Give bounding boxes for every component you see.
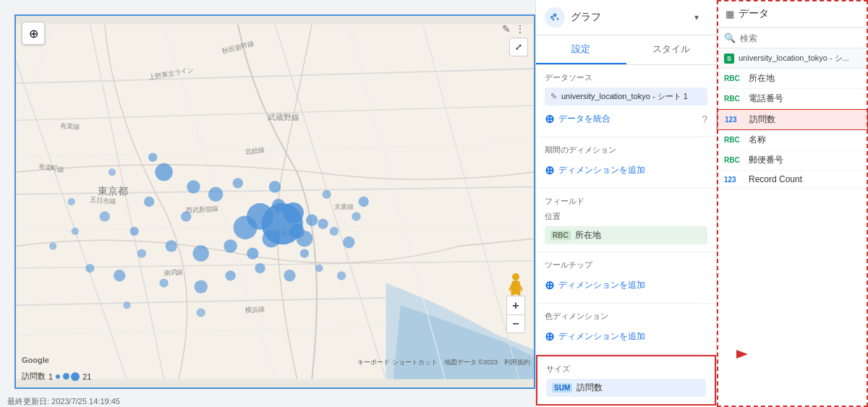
map-area: 秋田新幹線 上野東京ライン 有楽線 有楽町線 五日市線 北総線 西武新宿線 京葉… bbox=[14, 14, 535, 389]
field-name: 郵便番号 bbox=[749, 154, 861, 166]
svg-point-38 bbox=[318, 219, 328, 229]
color-dimension-section: 色ディメンション ⊕ ディメンションを追加 bbox=[536, 304, 716, 355]
field-row[interactable]: RBC郵便番号 bbox=[717, 150, 868, 171]
field-row[interactable]: 123Record Count bbox=[717, 171, 868, 189]
map-attribution: キーボード ショートカット 地図データ ©2023 利用規約 bbox=[357, 358, 530, 367]
svg-point-42 bbox=[208, 187, 223, 202]
svg-point-45 bbox=[192, 245, 209, 262]
fullscreen-button[interactable]: ⤢ bbox=[509, 38, 528, 56]
source-name: university_location_tokyo - シ... bbox=[739, 53, 849, 64]
field-type-badge: 123 bbox=[724, 176, 744, 184]
svg-point-60 bbox=[85, 264, 94, 273]
size-type-badge: SUM bbox=[552, 383, 572, 393]
svg-point-36 bbox=[234, 215, 258, 239]
datasource-section: データソース ✎ university_location_tokyo - シート… bbox=[536, 65, 716, 137]
svg-point-41 bbox=[144, 197, 154, 207]
field-row[interactable]: RBC所在地 bbox=[717, 69, 868, 89]
svg-point-49 bbox=[114, 270, 125, 281]
svg-point-78 bbox=[557, 18, 559, 20]
svg-point-37 bbox=[297, 231, 313, 247]
svg-point-32 bbox=[263, 230, 281, 248]
add-data-label: データを統合 bbox=[558, 113, 610, 125]
add-data-button[interactable]: ⊕ データを統合 ? bbox=[545, 108, 707, 129]
field-name: Record Count bbox=[749, 174, 861, 184]
svg-point-72 bbox=[337, 271, 346, 280]
legend-label: 訪問数 bbox=[22, 371, 46, 382]
svg-point-69 bbox=[255, 263, 265, 273]
search-icon: 🔍 bbox=[724, 33, 736, 43]
svg-point-50 bbox=[159, 278, 168, 287]
zoom-out-button[interactable]: − bbox=[506, 314, 525, 333]
field-row[interactable]: RBC名称 bbox=[717, 130, 868, 150]
svg-point-76 bbox=[550, 16, 553, 19]
field-type-badge: RBC bbox=[724, 136, 744, 144]
tab-style[interactable]: スタイル bbox=[626, 35, 717, 64]
svg-point-59 bbox=[49, 242, 56, 249]
svg-point-74 bbox=[68, 198, 75, 205]
svg-point-77 bbox=[553, 14, 557, 17]
period-section: 期間のディメション ⊕ ディメンションを追加 bbox=[536, 137, 716, 189]
edit-icon[interactable]: ✎ bbox=[502, 23, 511, 35]
data-panel-header: ▦ データ bbox=[717, 0, 868, 28]
fields-label: フィールド bbox=[545, 196, 707, 207]
svg-point-40 bbox=[187, 180, 200, 193]
svg-point-52 bbox=[225, 270, 235, 280]
add-tooltip-icon: ⊕ bbox=[545, 278, 554, 292]
svg-point-35 bbox=[306, 214, 318, 226]
location-icon: ⊕ bbox=[29, 27, 38, 40]
datasource-name: university_location_tokyo - シート 1 bbox=[561, 91, 688, 102]
help-icon: ? bbox=[702, 113, 707, 125]
svg-point-73 bbox=[109, 168, 116, 176]
more-options-icon[interactable]: ⋮ bbox=[515, 23, 525, 35]
google-logo: Google bbox=[22, 356, 49, 364]
size-label: サイズ bbox=[546, 364, 706, 374]
search-box: 🔍 bbox=[717, 28, 868, 48]
position-label: 位置 bbox=[545, 211, 707, 222]
svg-point-61 bbox=[123, 301, 130, 309]
field-name: 所在地 bbox=[749, 72, 861, 85]
svg-text:武蔵野線: 武蔵野線 bbox=[268, 113, 299, 121]
edit-pencil-icon: ✎ bbox=[550, 92, 557, 101]
fields-section: フィールド 位置 RBC 所在地 bbox=[536, 189, 716, 252]
panel-dropdown-arrow[interactable]: ▾ bbox=[694, 12, 699, 22]
svg-point-54 bbox=[330, 227, 339, 236]
tab-settings[interactable]: 設定 bbox=[536, 35, 626, 64]
add-period-label: ディメンションを追加 bbox=[558, 164, 645, 176]
svg-point-62 bbox=[197, 308, 205, 317]
svg-point-44 bbox=[166, 240, 177, 252]
settings-panel: グラフ ▾ 設定 スタイル データソース ✎ university_locati… bbox=[535, 0, 716, 407]
svg-point-56 bbox=[352, 212, 360, 220]
period-label: 期間のディメション bbox=[545, 145, 707, 155]
svg-point-68 bbox=[300, 249, 309, 257]
size-field-chip[interactable]: SUM 訪問数 bbox=[546, 379, 706, 397]
color-dimension-label: 色ディメンション bbox=[545, 311, 707, 322]
svg-point-63 bbox=[148, 153, 157, 161]
field-name: 名称 bbox=[749, 134, 861, 146]
svg-point-67 bbox=[359, 197, 369, 207]
svg-point-55 bbox=[343, 236, 354, 248]
legend-max: 21 bbox=[82, 372, 91, 381]
field-type-badge: 123 bbox=[725, 116, 745, 124]
svg-point-43 bbox=[130, 227, 139, 236]
map-legend: 訪問数 1 21 bbox=[22, 371, 91, 382]
add-tooltip-button[interactable]: ⊕ ディメンションを追加 bbox=[545, 275, 707, 296]
add-period-button[interactable]: ⊕ ディメンションを追加 bbox=[545, 160, 707, 181]
svg-point-75 bbox=[512, 273, 519, 280]
field-row[interactable]: RBC電話番号 bbox=[717, 89, 868, 109]
add-color-dim-button[interactable]: ⊕ ディメンションを追加 bbox=[545, 326, 707, 347]
zoom-in-button[interactable]: + bbox=[506, 296, 525, 314]
svg-text:京葉線: 京葉線 bbox=[334, 203, 354, 210]
data-source-header: S university_location_tokyo - シ... bbox=[717, 48, 868, 69]
search-input[interactable] bbox=[740, 33, 861, 43]
size-section: サイズ SUM 訪問数 bbox=[536, 355, 716, 406]
datasource-item[interactable]: ✎ university_location_tokyo - シート 1 bbox=[545, 87, 707, 106]
svg-point-70 bbox=[284, 270, 295, 281]
tooltip-section: ツールチップ ⊕ ディメンションを追加 bbox=[536, 252, 716, 304]
add-color-icon: ⊕ bbox=[545, 330, 554, 343]
map-location-button[interactable]: ⊕ bbox=[22, 22, 45, 45]
position-type-badge: RBC bbox=[550, 231, 571, 240]
svg-point-57 bbox=[100, 211, 110, 221]
position-field-chip[interactable]: RBC 所在地 bbox=[545, 226, 707, 244]
data-panel-title: データ bbox=[739, 7, 769, 20]
field-row[interactable]: 123訪問数 bbox=[717, 109, 868, 130]
